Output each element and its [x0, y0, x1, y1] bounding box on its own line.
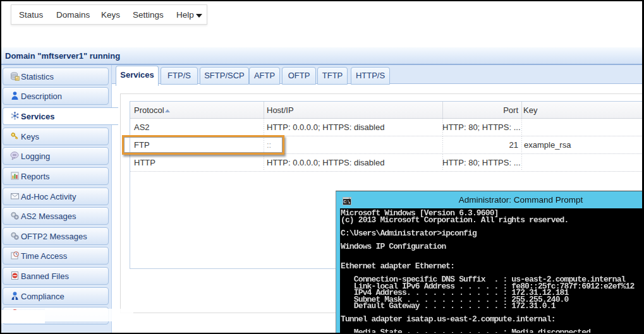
- svg-text:C:\: C:\: [344, 200, 350, 205]
